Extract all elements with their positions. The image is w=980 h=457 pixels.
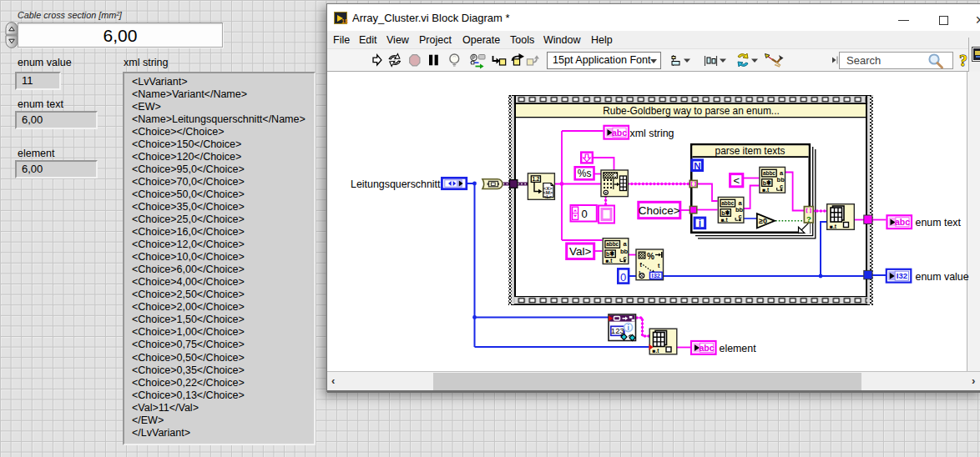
svg-text:?: ?: [959, 52, 967, 69]
